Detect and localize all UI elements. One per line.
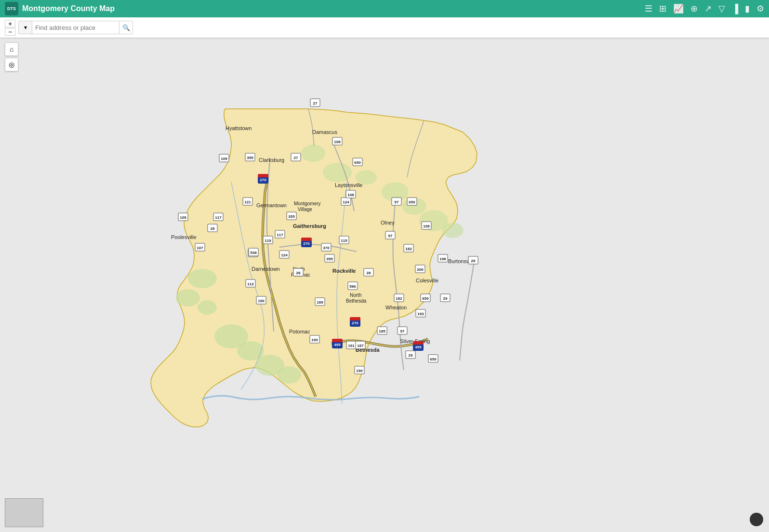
bar-chart-icon[interactable]: ▐ <box>732 4 738 14</box>
scale-indicator <box>750 513 763 526</box>
city-montgomery-village: Montgomery <box>294 201 321 206</box>
svg-text:650: 650 <box>354 160 361 165</box>
svg-text:29: 29 <box>409 353 413 358</box>
svg-text:182: 182 <box>396 296 402 301</box>
shield-190: 190 <box>256 296 266 304</box>
filter-icon[interactable]: ▽ <box>718 3 725 14</box>
city-germantown: Germantown <box>256 202 287 208</box>
search-button[interactable]: 🔍 <box>119 21 133 34</box>
locate-icon[interactable]: ⊕ <box>690 3 698 14</box>
locate-button[interactable]: ◎ <box>5 58 18 71</box>
layers-icon[interactable]: ⊞ <box>659 3 666 14</box>
svg-rect-66 <box>301 239 312 241</box>
svg-text:29: 29 <box>471 259 476 263</box>
map-thumbnail <box>5 498 43 527</box>
svg-text:28: 28 <box>296 271 301 275</box>
svg-text:182: 182 <box>405 247 412 251</box>
toolbar: + − ▾ 🔍 <box>0 17 769 38</box>
svg-text:108: 108 <box>347 193 354 197</box>
shield-108: 108 <box>332 137 342 145</box>
shield-650: 650 <box>428 355 438 362</box>
svg-text:355: 355 <box>326 257 333 261</box>
svg-text:190: 190 <box>258 299 265 303</box>
chart-icon[interactable]: 📈 <box>673 3 684 14</box>
list-icon[interactable]: ☰ <box>645 3 652 14</box>
share-icon[interactable]: ↗ <box>704 3 712 14</box>
shield-270: 270 <box>301 238 312 247</box>
svg-point-2 <box>188 269 217 288</box>
shield-200: 200 <box>415 265 425 273</box>
city-gaithersburg: Gaithersburg <box>293 223 326 229</box>
city-clarksburg: Clarksburg <box>259 157 284 163</box>
svg-text:270: 270 <box>303 241 310 246</box>
svg-text:28: 28 <box>367 271 371 275</box>
city-wheaton: Wheaton <box>385 305 407 310</box>
shield-112: 112 <box>246 279 255 287</box>
svg-text:355: 355 <box>288 214 295 219</box>
city-damascus: Damascus <box>312 129 337 135</box>
settings-icon[interactable]: ⚙ <box>756 3 764 14</box>
shield-27: 27 <box>291 153 301 161</box>
shield-650: 650 <box>407 198 417 205</box>
svg-text:193: 193 <box>417 312 424 316</box>
svg-text:270: 270 <box>352 321 358 325</box>
shield-187: 187 <box>356 341 365 349</box>
svg-text:109: 109 <box>180 215 186 220</box>
svg-text:270: 270 <box>260 178 266 182</box>
shield-650: 650 <box>421 294 430 302</box>
svg-text:119: 119 <box>265 239 271 243</box>
svg-point-8 <box>277 366 301 384</box>
shield-97: 97 <box>385 231 395 239</box>
city-hyattstown: Hyattstown <box>225 125 252 131</box>
svg-point-15 <box>442 223 464 238</box>
shield-97: 97 <box>398 327 407 334</box>
svg-text:124: 124 <box>343 200 349 204</box>
map-svg: Hyattstown Damascus Clarksburg Laytonsvi… <box>0 38 769 532</box>
svg-text:370: 370 <box>323 246 330 250</box>
svg-text:107: 107 <box>197 246 203 250</box>
shield-28: 28 <box>208 224 217 232</box>
shield-29: 29 <box>406 351 415 359</box>
svg-text:108: 108 <box>423 224 430 228</box>
shield-124: 124 <box>279 251 289 258</box>
shield-538: 538 <box>249 248 258 256</box>
shield-189: 189 <box>315 298 325 306</box>
svg-text:650: 650 <box>409 200 415 204</box>
shield-107: 107 <box>195 243 205 251</box>
svg-text:117: 117 <box>215 215 222 220</box>
svg-text:495: 495 <box>415 345 422 349</box>
shield-28: 28 <box>364 268 373 276</box>
svg-point-9 <box>301 145 325 162</box>
svg-text:191: 191 <box>348 344 355 348</box>
zoom-in-button[interactable]: + <box>5 20 15 27</box>
shield-108: 108 <box>422 222 431 229</box>
svg-text:121: 121 <box>244 200 251 204</box>
column-chart-icon[interactable]: ▮ <box>745 3 750 14</box>
svg-rect-104 <box>350 319 360 320</box>
shield-355: 355 <box>245 153 255 161</box>
svg-text:97: 97 <box>388 234 393 238</box>
shield-182: 182 <box>394 294 404 302</box>
shield-355: 355 <box>287 212 296 220</box>
city-north-bethesda-2: Bethesda <box>346 298 367 304</box>
search-input[interactable] <box>32 21 119 34</box>
shield-109: 109 <box>219 154 229 162</box>
shield-108: 108 <box>346 190 356 198</box>
shield-370: 370 <box>321 243 331 251</box>
search-dropdown-button[interactable]: ▾ <box>19 21 32 34</box>
svg-text:109: 109 <box>221 157 227 161</box>
svg-point-3 <box>176 289 200 306</box>
shield-28: 28 <box>293 268 303 276</box>
shield-191: 191 <box>346 341 356 349</box>
svg-text:27: 27 <box>294 156 298 160</box>
map-container[interactable]: ⌂ ◎ <box>0 38 769 532</box>
home-button[interactable]: ⌂ <box>5 42 18 56</box>
svg-text:124: 124 <box>281 253 288 257</box>
city-north-bethesda: North <box>350 293 361 298</box>
svg-text:586: 586 <box>349 284 356 289</box>
zoom-out-button[interactable]: − <box>5 28 15 36</box>
zoom-controls: + − <box>5 20 15 36</box>
city-poolesville: Poolesville <box>171 234 197 240</box>
shield-119: 119 <box>263 236 273 244</box>
header-left: DTS Montgomery County Map <box>5 2 115 15</box>
